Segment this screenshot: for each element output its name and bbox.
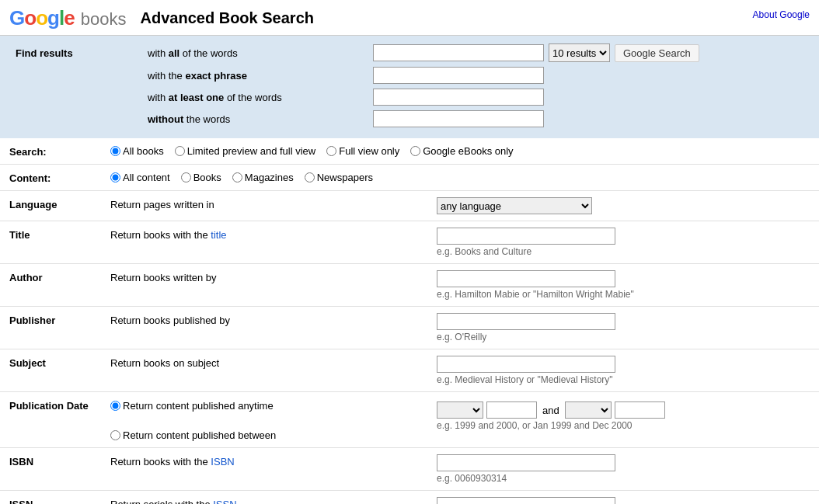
radio-anytime-input[interactable]: [110, 401, 120, 411]
issn-input[interactable]: [437, 497, 615, 504]
pubdate-row: Publication Date Return content publishe…: [0, 392, 819, 448]
search-label: Search:: [9, 144, 110, 158]
radio-books[interactable]: Books: [181, 172, 221, 183]
pubdate-label: Publication Date: [9, 398, 110, 412]
title-input[interactable]: [437, 228, 615, 245]
without-words-desc: without the words: [148, 113, 365, 125]
publisher-desc: Return books published by: [110, 313, 437, 326]
radio-all-content-input[interactable]: [110, 172, 120, 182]
content-row: Content: All content Books Magazines New…: [0, 165, 819, 191]
without-words-input[interactable]: [373, 110, 544, 127]
exact-phrase-input-cell: [373, 67, 803, 84]
results-count-select[interactable]: 10 results 20 results 30 results: [549, 43, 610, 62]
subject-row: Subject Return books on subject e.g. Med…: [0, 349, 819, 392]
radio-all-books-label: All books: [123, 145, 164, 157]
publisher-example: e.g. O'Reilly: [437, 332, 810, 342]
radio-newspapers[interactable]: Newspapers: [305, 172, 373, 183]
radio-between-input[interactable]: [110, 430, 120, 440]
all-words-desc: with all of the words: [148, 47, 365, 59]
pubdate-year-from[interactable]: [486, 401, 537, 419]
pubdate-desc: Return content published anytime Return …: [110, 398, 437, 441]
radio-ebooks-only-label: Google eBooks only: [423, 145, 513, 157]
radio-full-view-label: Full view only: [339, 145, 399, 157]
radio-magazines[interactable]: Magazines: [232, 172, 294, 183]
radio-anytime-label: Return content published anytime: [123, 400, 274, 412]
publisher-input-cell: e.g. O'Reilly: [437, 313, 810, 342]
radio-newspapers-input[interactable]: [305, 172, 315, 182]
header: Google books Advanced Book Search About …: [0, 0, 819, 36]
header-left: Google books Advanced Book Search: [9, 6, 314, 30]
radio-full-view[interactable]: Full view only: [326, 145, 399, 157]
radio-limited-preview-input[interactable]: [175, 146, 185, 156]
title-example: e.g. Books and Culture: [437, 246, 810, 257]
pubdate-month-to[interactable]: JanFebMar AprMayJunJul AugSepOctNovDec: [565, 401, 612, 419]
pubdate-and: and: [540, 405, 562, 416]
search-radio-group: All books Limited preview and full view …: [110, 145, 514, 157]
content-radio-group: All content Books Magazines Newspapers: [110, 172, 373, 183]
at-least-one-input[interactable]: [373, 89, 544, 106]
radio-full-view-input[interactable]: [326, 146, 336, 156]
radio-books-label: Books: [193, 172, 221, 183]
radio-all-books-input[interactable]: [110, 146, 120, 156]
issn-desc: Return serials with the ISSN: [110, 497, 437, 504]
at-least-one-desc: with at least one of the words: [148, 92, 365, 103]
isbn-desc: Return books with the ISBN: [110, 454, 437, 468]
advanced-section: Search: All books Limited preview and fu…: [0, 138, 819, 504]
author-example: e.g. Hamilton Mabie or "Hamilton Wright …: [437, 289, 810, 300]
radio-newspapers-label: Newspapers: [317, 172, 373, 183]
logo-books: books: [81, 9, 127, 29]
radio-anytime[interactable]: Return content published anytime: [110, 400, 437, 412]
radio-limited-preview[interactable]: Limited preview and full view: [175, 145, 315, 157]
exact-phrase-input[interactable]: [373, 67, 544, 84]
radio-between[interactable]: Return content published between: [110, 429, 437, 441]
subject-desc: Return books on subject: [110, 356, 437, 369]
language-select[interactable]: any language English French German Spani…: [437, 197, 592, 214]
at-least-one-input-cell: [373, 89, 803, 106]
issn-input-cell: e.g. 0161-7370: [437, 497, 810, 504]
search-row: Search: All books Limited preview and fu…: [0, 138, 819, 165]
about-google-link[interactable]: About Google: [753, 6, 810, 20]
pubdate-example: e.g. 1999 and 2000, or Jan 1999 and Dec …: [437, 420, 810, 431]
without-words-input-cell: [373, 110, 803, 127]
title-label: Title: [9, 228, 110, 241]
radio-all-books[interactable]: All books: [110, 145, 164, 157]
radio-all-content[interactable]: All content: [110, 172, 170, 183]
isbn-example: e.g. 0060930314: [437, 473, 810, 484]
author-input-cell: e.g. Hamilton Mabie or "Hamilton Wright …: [437, 270, 810, 300]
publisher-input[interactable]: [437, 313, 615, 330]
radio-between-label: Return content published between: [123, 429, 276, 441]
isbn-input[interactable]: [437, 454, 615, 471]
isbn-link[interactable]: ISBN: [211, 456, 234, 468]
title-link[interactable]: title: [211, 229, 226, 241]
pubdate-inputs: JanFebMar AprMayJunJul AugSepOctNovDec a…: [437, 401, 810, 419]
isbn-input-cell: e.g. 0060930314: [437, 454, 810, 484]
pubdate-year-to[interactable]: [615, 401, 665, 419]
author-input[interactable]: [437, 270, 615, 287]
page-title: Advanced Book Search: [141, 9, 314, 27]
google-logo: Google: [9, 6, 79, 30]
language-input-cell: any language English French German Spani…: [437, 197, 810, 214]
subject-label: Subject: [9, 356, 110, 369]
issn-link[interactable]: ISSN: [213, 499, 236, 504]
all-words-input[interactable]: [373, 44, 544, 61]
publisher-label: Publisher: [9, 313, 110, 326]
title-desc: Return books with the title: [110, 228, 437, 241]
radio-ebooks-only[interactable]: Google eBooks only: [410, 145, 513, 157]
subject-input[interactable]: [437, 356, 615, 373]
radio-ebooks-only-input[interactable]: [410, 146, 420, 156]
isbn-row: ISBN Return books with the ISBN e.g. 006…: [0, 448, 819, 491]
issn-row: ISSN Return serials with the ISSN e.g. 0…: [0, 491, 819, 504]
find-results-controls: 10 results 20 results 30 results Google …: [373, 43, 803, 62]
language-desc: Return pages written in: [110, 197, 437, 210]
google-books-logo[interactable]: Google books: [9, 6, 127, 30]
exact-phrase-desc: with the exact phrase: [148, 70, 365, 82]
radio-limited-preview-label: Limited preview and full view: [187, 145, 315, 157]
pubdate-month-from[interactable]: JanFebMar AprMayJunJul AugSepOctNovDec: [437, 401, 483, 419]
subject-example: e.g. Medieval History or "Medieval Histo…: [437, 374, 810, 385]
radio-magazines-input[interactable]: [232, 172, 242, 182]
radio-books-input[interactable]: [181, 172, 191, 182]
google-search-button[interactable]: Google Search: [615, 44, 699, 62]
author-desc: Return books written by: [110, 270, 437, 283]
subject-input-cell: e.g. Medieval History or "Medieval Histo…: [437, 356, 810, 385]
title-row: Title Return books with the title e.g. B…: [0, 221, 819, 264]
